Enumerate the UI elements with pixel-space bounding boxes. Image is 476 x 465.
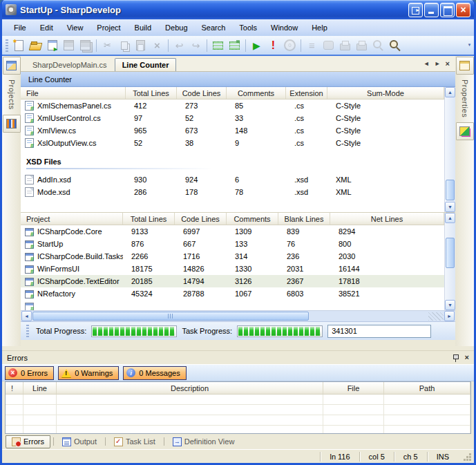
- stop-icon[interactable]: [282, 38, 298, 53]
- column-header[interactable]: Code Lines: [177, 87, 227, 99]
- column-header[interactable]: Comments: [227, 87, 286, 99]
- scroll-left-icon[interactable]: ◄: [21, 311, 32, 321]
- table-row[interactable]: StartUp87666713376800: [21, 238, 444, 250]
- panel-close-icon[interactable]: ×: [465, 354, 469, 361]
- redo-icon[interactable]: [188, 38, 204, 53]
- messages-filter-button[interactable]: 0 Messages: [123, 366, 186, 380]
- column-header[interactable]: Path: [384, 382, 470, 394]
- errors-filter-button[interactable]: 0 Errors: [5, 366, 54, 380]
- properties-pane-label[interactable]: Properties: [461, 75, 469, 122]
- column-header[interactable]: Total Lines: [123, 213, 175, 225]
- projects-pane-tab[interactable]: [3, 57, 21, 75]
- menu-item-view[interactable]: View: [61, 21, 90, 34]
- projects-pane-label[interactable]: Projects: [8, 75, 16, 115]
- detach-icon[interactable]: [408, 3, 423, 17]
- search-icon[interactable]: [387, 38, 403, 53]
- table-row[interactable]: XmlSchemasPanel.cs41227385.csC-Style: [21, 99, 444, 112]
- column-header[interactable]: Blank Lines: [278, 213, 330, 225]
- run-icon[interactable]: [249, 38, 265, 53]
- table-row[interactable]: ICSharpCode.TextEditor201851479431262367…: [21, 275, 444, 287]
- toolbar-grip[interactable]: [6, 39, 8, 52]
- table-row[interactable]: ICSharpCode.Build.Tasks22661716314236203…: [21, 250, 444, 263]
- resize-grip[interactable]: [462, 453, 473, 463]
- scroll-down-icon[interactable]: ▼: [445, 300, 455, 310]
- pin-icon[interactable]: [453, 354, 459, 362]
- scroll-up-icon[interactable]: ▲: [445, 87, 455, 97]
- paste-icon[interactable]: [133, 38, 149, 53]
- menu-item-tools[interactable]: Tools: [233, 21, 263, 34]
- title-bar[interactable]: StartUp - SharpDevelop: [2, 0, 474, 19]
- toolbar-options-icon[interactable]: ▼: [466, 38, 473, 53]
- tab-scroll-right-icon[interactable]: ►: [435, 61, 441, 67]
- column-header[interactable]: Code Lines: [175, 213, 227, 225]
- comment-region-icon[interactable]: [210, 38, 226, 53]
- statusbar-grip[interactable]: [26, 325, 29, 337]
- tools-pane-tab[interactable]: [3, 115, 21, 133]
- projects-vertical-scrollbar[interactable]: ▲ ▼: [444, 213, 455, 310]
- table-row[interactable]: WinFormsUI18175148261330203116144: [21, 263, 444, 275]
- undo-icon[interactable]: [171, 38, 187, 53]
- table-row[interactable]: NRefactory45324287881067680338521: [21, 287, 444, 300]
- warnings-filter-button[interactable]: 0 Warnings: [58, 366, 119, 380]
- table-row[interactable]: XmlView.cs965673148.csC-Style: [21, 124, 444, 137]
- bottom-tab-output[interactable]: Output: [57, 436, 102, 448]
- scroll-down-icon[interactable]: ▼: [445, 202, 455, 212]
- column-header[interactable]: Total Lines: [126, 87, 177, 99]
- uncomment-region-icon[interactable]: [227, 38, 242, 53]
- cut-icon[interactable]: [99, 38, 115, 53]
- scroll-thumb[interactable]: [446, 238, 455, 268]
- menu-item-build[interactable]: Build: [128, 21, 158, 34]
- tab-close-icon[interactable]: ×: [446, 59, 450, 68]
- column-header[interactable]: Project: [21, 213, 123, 225]
- menu-item-window[interactable]: Window: [265, 21, 304, 34]
- scroll-thumb[interactable]: [446, 180, 455, 200]
- bottom-tab-errors[interactable]: Errors: [6, 435, 50, 448]
- menu-item-help[interactable]: Help: [305, 21, 334, 34]
- tab-line-counter[interactable]: Line Counter: [115, 58, 177, 71]
- column-header[interactable]: !: [6, 382, 23, 394]
- column-header[interactable]: File: [323, 382, 384, 394]
- minimize-icon[interactable]: [424, 3, 439, 17]
- copy-icon[interactable]: [116, 38, 132, 53]
- menu-item-search[interactable]: Search: [196, 21, 232, 34]
- tab-scroll-left-icon[interactable]: ◄: [423, 61, 430, 67]
- table-row[interactable]: XslOutputView.cs52389.csC-Style: [21, 137, 444, 149]
- column-header[interactable]: Sum-Mode: [327, 87, 444, 99]
- column-header[interactable]: Description: [57, 382, 323, 394]
- menu-item-edit[interactable]: Edit: [34, 21, 59, 34]
- table-row-clipped[interactable]: [21, 300, 444, 310]
- column-header[interactable]: Line: [23, 382, 57, 394]
- files-vertical-scrollbar[interactable]: ▲ ▼: [444, 87, 455, 212]
- properties-pane-tab[interactable]: [456, 57, 474, 75]
- find-file-icon[interactable]: [370, 38, 386, 53]
- horizontal-scrollbar[interactable]: ◄ ►: [21, 310, 455, 321]
- menu-item-file[interactable]: File: [8, 21, 32, 34]
- abort-build-icon[interactable]: [265, 38, 281, 53]
- column-header[interactable]: Net Lines: [330, 213, 444, 225]
- column-header[interactable]: Extension: [286, 87, 327, 99]
- indent-icon[interactable]: [304, 38, 320, 53]
- open-file-icon[interactable]: [28, 38, 44, 53]
- print-icon[interactable]: [337, 38, 353, 53]
- menu-item-debug[interactable]: Debug: [159, 21, 193, 34]
- table-row[interactable]: ICSharpCode.Core9133699713098398294: [21, 225, 444, 238]
- toolbox-pane-tab[interactable]: [456, 122, 474, 140]
- table-row[interactable]: AddIn.xsd9309246.xsdXML: [21, 173, 444, 186]
- maximize-icon[interactable]: [440, 3, 455, 17]
- scroll-right-icon[interactable]: ►: [444, 311, 455, 321]
- table-row[interactable]: XmlUserControl.cs975233.csC-Style: [21, 112, 444, 124]
- print-preview-icon[interactable]: [354, 38, 370, 53]
- close-icon[interactable]: [456, 3, 470, 17]
- tab-sharpdevelopmain[interactable]: SharpDevelopMain.cs: [25, 58, 115, 71]
- bottom-tab-definition-view[interactable]: Definition View: [167, 436, 240, 448]
- column-header[interactable]: File: [21, 87, 126, 99]
- save-icon[interactable]: [61, 38, 77, 53]
- column-header[interactable]: Comments: [227, 213, 278, 225]
- new-file-icon[interactable]: [11, 38, 27, 53]
- menu-item-project[interactable]: Project: [91, 21, 126, 34]
- block-icon[interactable]: [321, 38, 336, 53]
- scroll-up-icon[interactable]: ▲: [445, 213, 455, 223]
- delete-icon[interactable]: [149, 38, 165, 53]
- save-all-icon[interactable]: [77, 38, 93, 53]
- open-project-icon[interactable]: [44, 38, 60, 53]
